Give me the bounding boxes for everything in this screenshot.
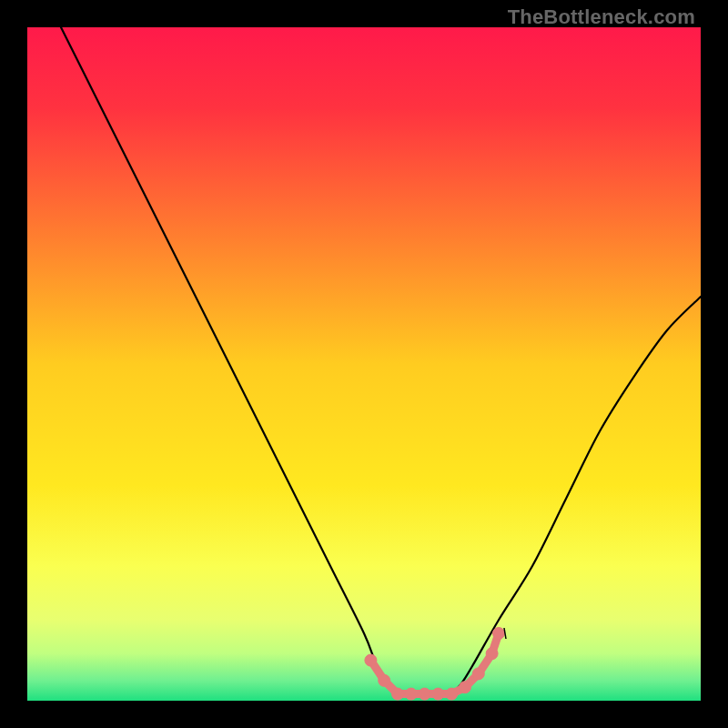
bottleneck-curve [61, 27, 701, 694]
plot-area [27, 27, 701, 701]
watermark-text: TheBottleneck.com [508, 5, 695, 29]
valley-marker-dot [379, 674, 390, 686]
valley-marker-dot [419, 688, 430, 700]
valley-marker-dot [472, 668, 484, 680]
valley-marker-dot [432, 688, 444, 700]
valley-marker-dot [392, 688, 404, 700]
valley-marker-dot [365, 654, 377, 666]
chart-frame: { "watermark": "TheBottleneck.com", "col… [0, 0, 728, 728]
valley-end-tick [504, 628, 506, 639]
curve-layer [27, 27, 701, 701]
valley-marker-region [365, 628, 506, 701]
valley-marker-dot [446, 688, 458, 700]
valley-marker-dot [486, 648, 498, 660]
valley-marker-dot [493, 628, 505, 640]
valley-marker-dot [460, 682, 471, 693]
valley-marker-dot [405, 688, 417, 700]
